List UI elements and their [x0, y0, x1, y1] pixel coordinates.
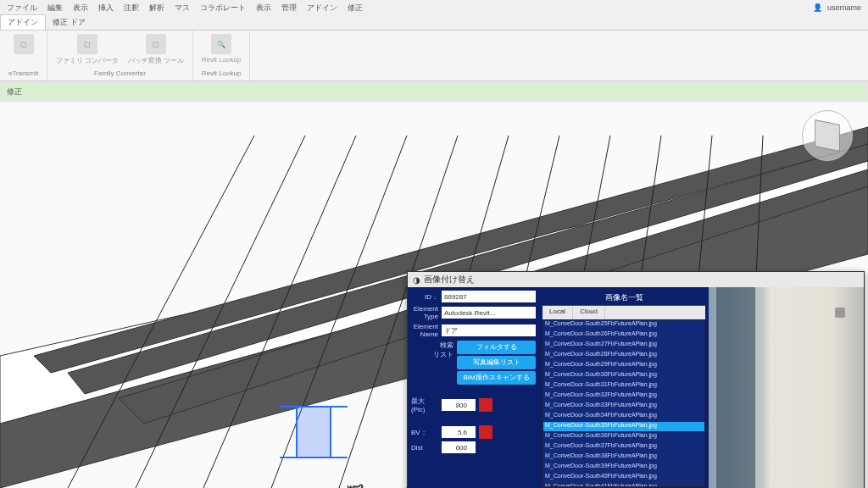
list-item[interactable]: M_ConveDoor-South36FbFutureAPlan.jpg: [543, 432, 704, 442]
list-item[interactable]: M_ConveDoor-South37FbFutureAPlan.jpg: [543, 442, 704, 452]
ribbon-group-familyconv: ▢ ファミリ コンバータ ▢ バッチ変換 ツール Family Converte…: [47, 30, 192, 80]
family-converter-icon: ▢: [77, 34, 97, 54]
list-item[interactable]: M_ConveDoor-South26FbFutureAPlan.jpg: [543, 330, 704, 341]
filter-button[interactable]: フィルタする: [457, 341, 536, 354]
etransmit-icon: ▢: [14, 34, 34, 54]
options-mode: 修正: [7, 86, 22, 97]
ribbon-btn-batch[interactable]: ▢ バッチ変換 ツール: [128, 34, 184, 65]
view-cube[interactable]: [802, 110, 853, 161]
menu-item[interactable]: マス: [175, 3, 190, 14]
image-attach-dialog[interactable]: ◑ 画像付け替え ID： Element Type Element Name 検…: [407, 271, 865, 488]
image-name-list[interactable]: M_ConveDoor-South25FbFutureAPlan.jpgM_Co…: [542, 319, 705, 487]
preview-shadow: [716, 287, 755, 488]
ename-input[interactable]: [442, 324, 536, 336]
list-item[interactable]: M_ConveDoor-South28FbFutureAPlan.jpg: [543, 351, 704, 361]
section-label: 検索 リスト: [411, 341, 453, 359]
list-item[interactable]: M_ConveDoor-South40FbFutureAPlan.jpg: [543, 473, 704, 483]
etype-label: Element Type: [411, 305, 438, 320]
list-item[interactable]: M_ConveDoor-South38FbFutureAPlan.jpg: [543, 452, 704, 463]
id-input[interactable]: [442, 291, 536, 302]
bv-label: BV：: [411, 428, 438, 437]
list-header: 画像名一覧: [542, 291, 705, 306]
etype-input[interactable]: [442, 307, 536, 319]
menu-item[interactable]: コラボレート: [200, 3, 246, 14]
menu-item[interactable]: 解析: [149, 3, 164, 14]
ribbon: ▢ eTransmit ▢ ファミリ コンバータ ▢ バッチ変換 ツール Fam…: [0, 30, 868, 81]
options-bar: 修正: [2, 83, 866, 100]
list-tabs: Local Cloud: [542, 306, 705, 319]
list-item[interactable]: M_ConveDoor-South25FbFutureAPlan.jpg: [543, 320, 704, 330]
menu-item[interactable]: アドイン: [307, 3, 337, 14]
menu-item[interactable]: 表示: [256, 3, 271, 14]
list-item[interactable]: M_ConveDoor-South32FbFutureAPlan.jpg: [543, 391, 704, 402]
app-menubar[interactable]: ファイル 編集 表示 挿入 注釈 解析 マス コラボレート 表示 管理 アドイン…: [0, 0, 868, 15]
ribbon-group-etransmit: ▢ eTransmit: [0, 30, 47, 80]
ribbon-tabs: アドイン 修正 ドア: [0, 15, 868, 30]
bv-spinner[interactable]: [442, 426, 476, 438]
user-icon: 👤: [813, 3, 822, 12]
ribbon-btn-label: ファミリ コンバータ: [56, 56, 119, 65]
svg-text:w=2: w=2: [347, 484, 364, 488]
dist-label: Dist: [411, 444, 438, 452]
dialog-icon: ◑: [413, 275, 420, 285]
bim-scan-button[interactable]: BIM操作スキャンする: [457, 371, 536, 385]
menu-item[interactable]: 修正: [348, 3, 363, 14]
lookup-icon: 🔍: [211, 34, 231, 54]
ename-label: Element Name: [411, 323, 438, 338]
ribbon-group-caption: Family Converter: [94, 69, 146, 77]
image-preview: [709, 287, 864, 488]
list-item[interactable]: M_ConveDoor-South31FbFutureAPlan.jpg: [543, 381, 704, 391]
view-cube-face[interactable]: [815, 119, 839, 152]
ribbon-group-caption: eTransmit: [8, 69, 38, 77]
bv-action-button[interactable]: [479, 425, 492, 439]
menubar-right: 👤 username: [813, 3, 861, 12]
tab-local[interactable]: Local: [542, 306, 573, 319]
svg-rect-16: [297, 407, 331, 458]
maxpics-spinner[interactable]: [442, 399, 476, 411]
list-item[interactable]: M_ConveDoor-South30FbFutureAPlan.jpg: [543, 371, 704, 381]
ribbon-btn-lookup[interactable]: 🔍 Revit Lookup: [202, 34, 242, 64]
menu-item[interactable]: 挿入: [98, 3, 114, 14]
list-item[interactable]: M_ConveDoor-South39FbFutureAPlan.jpg: [543, 463, 704, 473]
list-item[interactable]: M_ConveDoor-South35FbFutureAPlan.jpg: [543, 422, 704, 432]
menu-item[interactable]: ファイル: [7, 3, 37, 14]
ribbon-tab-addin[interactable]: アドイン: [0, 14, 46, 30]
dialog-title-text: 画像付け替え: [424, 274, 475, 286]
ribbon-btn-familyconv[interactable]: ▢ ファミリ コンバータ: [56, 34, 119, 65]
list-item[interactable]: M_ConveDoor-South34FbFutureAPlan.jpg: [543, 412, 704, 422]
dialog-form-panel: ID： Element Type Element Name 検索 リスト フィル…: [408, 287, 539, 488]
ribbon-group-caption: Revit Lookup: [202, 69, 242, 77]
ribbon-tab-modify[interactable]: 修正 ドア: [46, 15, 92, 30]
id-label: ID：: [411, 292, 438, 302]
list-item[interactable]: M_ConveDoor-South29FbFutureAPlan.jpg: [543, 361, 704, 371]
maxpics-action-button[interactable]: [479, 398, 492, 412]
dist-spinner[interactable]: [442, 441, 476, 453]
list-item[interactable]: M_ConveDoor-South27FbFutureAPlan.jpg: [543, 341, 704, 351]
photo-edit-list-button[interactable]: 写真編集リスト: [457, 356, 536, 369]
menu-item[interactable]: 注釈: [124, 3, 139, 14]
ribbon-btn-etransmit[interactable]: ▢: [14, 34, 34, 56]
list-item[interactable]: M_ConveDoor-South41FbFutureAPlan.jpg: [543, 483, 704, 487]
list-item[interactable]: M_ConveDoor-South33FbFutureAPlan.jpg: [543, 402, 704, 412]
menu-item[interactable]: 編集: [47, 3, 63, 14]
ribbon-btn-label: バッチ変換 ツール: [128, 56, 184, 65]
dialog-list-panel: 画像名一覧 Local Cloud M_ConveDoor-South25FbF…: [539, 287, 709, 488]
batch-icon: ▢: [146, 34, 166, 54]
maxpics-label: 最大(Pic): [411, 396, 438, 413]
tab-cloud[interactable]: Cloud: [573, 306, 605, 319]
user-name[interactable]: username: [827, 3, 861, 12]
menu-item[interactable]: 管理: [281, 3, 297, 14]
ribbon-btn-label: Revit Lookup: [202, 56, 242, 64]
dialog-titlebar[interactable]: ◑ 画像付け替え: [408, 272, 864, 287]
menu-item[interactable]: 表示: [73, 3, 88, 14]
ribbon-group-lookup: 🔍 Revit Lookup Revit Lookup: [193, 30, 251, 80]
preview-door-plate: [835, 308, 845, 318]
